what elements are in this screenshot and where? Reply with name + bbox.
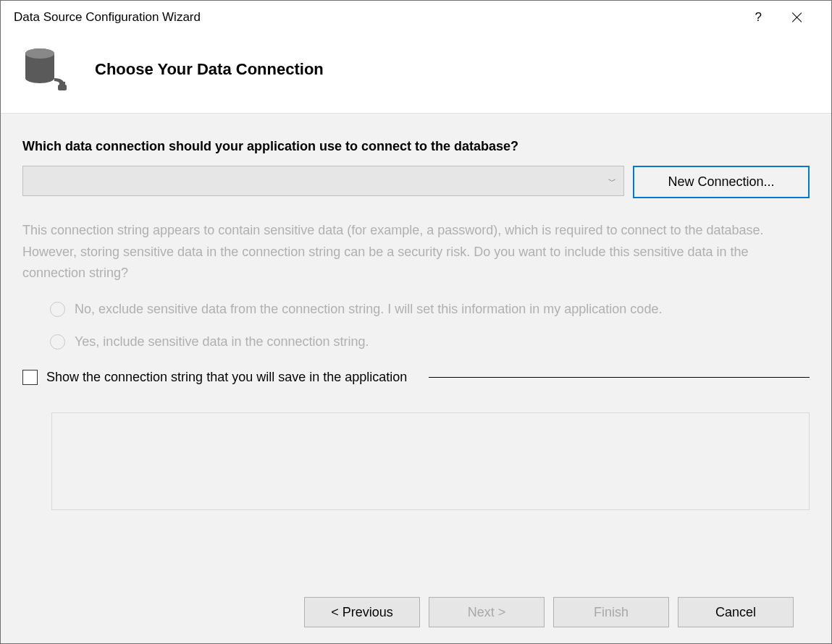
sensitive-data-info: This connection string appears to contai… [22,220,810,284]
connection-row: ﹀ New Connection... [22,166,810,198]
radio-exclude-label: No, exclude sensitive data from the conn… [75,302,662,317]
radio-include-label: Yes, include sensitive data in the conne… [75,334,369,349]
wizard-footer: < Previous Next > Finish Cancel [22,581,810,643]
svg-point-3 [25,48,54,59]
next-button: Next > [429,597,545,627]
titlebar: Data Source Configuration Wizard ? [1,1,831,33]
cancel-button[interactable]: Cancel [678,597,794,627]
svg-point-2 [25,73,54,83]
window-title: Data Source Configuration Wizard [14,10,755,25]
radio-icon [50,334,65,349]
page-header: Choose Your Data Connection [1,33,831,113]
svg-rect-5 [59,82,62,85]
radio-exclude-sensitive: No, exclude sensitive data from the conn… [50,302,810,317]
radio-icon [50,302,65,317]
new-connection-button[interactable]: New Connection... [633,166,810,198]
previous-button[interactable]: < Previous [304,597,420,627]
divider-line [429,377,810,378]
titlebar-controls: ? [755,10,818,25]
show-connstring-label: Show the connection string that you will… [46,370,407,385]
help-icon[interactable]: ? [755,10,762,25]
connection-question: Which data connection should your applic… [22,139,810,154]
database-plug-icon [22,48,73,91]
finish-button: Finish [553,597,669,627]
radio-include-sensitive: Yes, include sensitive data in the conne… [50,334,810,349]
connection-dropdown[interactable]: ﹀ [22,166,624,196]
wizard-window: Data Source Configuration Wizard ? Choos… [0,0,832,644]
svg-rect-6 [64,82,66,85]
sensitive-data-radio-group: No, exclude sensitive data from the conn… [22,302,810,367]
page-heading: Choose Your Data Connection [95,60,324,79]
connection-string-textarea [51,412,810,510]
show-connstring-checkbox[interactable] [22,370,38,385]
close-icon[interactable] [791,12,802,23]
content-area: Which data connection should your applic… [1,113,831,643]
svg-rect-4 [58,85,67,90]
chevron-down-icon: ﹀ [608,176,616,187]
show-connection-string-row: Show the connection string that you will… [22,370,810,385]
